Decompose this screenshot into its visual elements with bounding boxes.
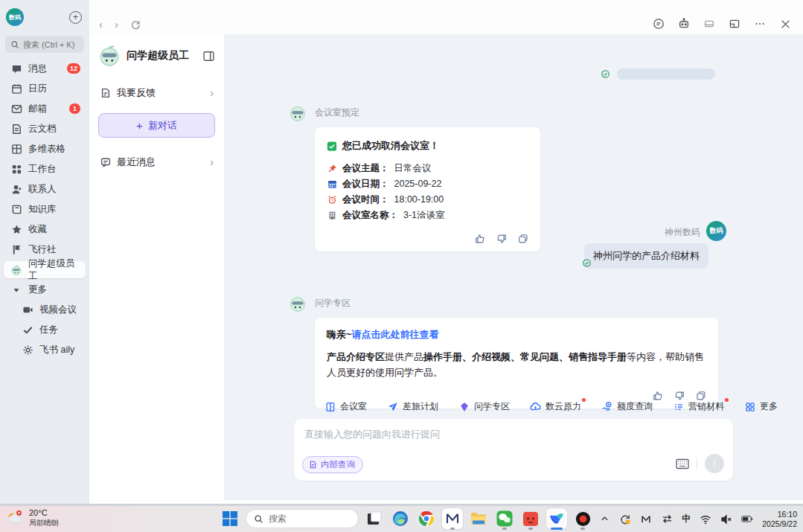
edge-icon[interactable] [390, 508, 411, 529]
thumbs-down-icon[interactable] [496, 234, 507, 244]
robot-icon[interactable] [678, 18, 690, 30]
sidebar-item-docs[interactable]: 云文档 [4, 121, 86, 138]
internal-query-chip[interactable]: 内部查询 [302, 456, 363, 473]
copy-icon[interactable] [696, 391, 706, 401]
sidebar-item-contacts[interactable]: 联系人 [4, 181, 86, 198]
calendar-icon [327, 179, 337, 190]
back-icon[interactable]: ‹ [99, 18, 103, 31]
tray-chevron-up-icon[interactable] [598, 513, 610, 525]
battery-icon[interactable] [741, 513, 753, 525]
sync-check-icon [601, 69, 610, 79]
success-check-icon [327, 141, 337, 151]
sender-name: 会议室预定 [315, 106, 359, 119]
recorder-icon[interactable] [572, 508, 593, 529]
message-skeleton [617, 68, 715, 80]
book-icon [10, 204, 22, 216]
thumbs-up-icon[interactable] [653, 391, 663, 401]
sidebar-item-more[interactable]: 更多 [4, 281, 86, 298]
grid-more-icon [744, 401, 755, 412]
m-app-icon[interactable] [442, 508, 463, 529]
qa-quota-query[interactable]: 额度查询 [601, 400, 653, 413]
sidebar-item-moments[interactable]: 飞行社 [4, 241, 86, 258]
tray-transfer-icon[interactable] [661, 513, 673, 525]
taskbar-search-input[interactable] [269, 513, 343, 524]
quota-hand-icon [601, 401, 612, 412]
wifi-icon[interactable] [700, 513, 711, 525]
new-chat-button[interactable]: + 新对话 [98, 113, 215, 138]
pin-icon [327, 164, 337, 174]
sidebar-item-calendar[interactable]: 日历 [4, 80, 86, 97]
collapse-panel-icon[interactable] [202, 50, 215, 63]
tray-clock[interactable]: 16:10 2025/9/22 [762, 510, 797, 528]
thumbs-down-icon[interactable] [674, 391, 685, 401]
feedback-item[interactable]: 我要反馈 › [89, 79, 224, 107]
close-chat-icon[interactable] [779, 18, 791, 30]
zone-link[interactable]: 请点击此处前往查看 [352, 329, 439, 340]
user-avatar[interactable]: 数码 [6, 8, 24, 26]
alarm-clock-icon [327, 195, 337, 205]
wechat-icon[interactable] [494, 508, 515, 529]
qa-marketing-material[interactable]: 营销材料 [673, 400, 724, 413]
running-indicator [528, 528, 533, 530]
tray-sync-icon[interactable] [619, 513, 631, 525]
taskbar-search[interactable] [246, 509, 359, 528]
composer[interactable]: 直接输入您的问题向我进行提问 内部查询 ↑ [294, 419, 733, 481]
user-avatar[interactable]: 数码 [706, 221, 726, 241]
plus-icon: + [136, 120, 143, 131]
sidebar-item-mail[interactable]: 邮箱 1 [4, 100, 86, 118]
sidebar-item-favorites[interactable]: 收藏 [4, 221, 86, 238]
global-search[interactable] [5, 36, 84, 53]
sidebar-item-workplace[interactable]: 工作台 [4, 161, 86, 178]
qa-shuyun-force[interactable]: 数云原力 [530, 400, 581, 413]
running-indicator [502, 528, 507, 530]
copy-icon[interactable] [518, 234, 528, 244]
chrome-icon[interactable] [416, 508, 437, 529]
volume-muted-icon[interactable] [720, 513, 732, 525]
thumbs-up-icon[interactable] [475, 234, 485, 244]
bot-avatar [289, 104, 307, 122]
weather-widget[interactable]: 20°C 局部晴朗 [5, 508, 59, 528]
qa-travel-plan[interactable]: 差旅计划 [387, 400, 438, 413]
sidebar-item-video-meeting[interactable]: 视频会议 [4, 301, 86, 318]
bot-avatar [98, 45, 121, 67]
minimize-panel-icon[interactable] [703, 18, 715, 30]
check-icon [22, 324, 33, 336]
recent-messages-item[interactable]: 最近消息 › [89, 148, 224, 176]
desktop: 数码 + 消息 12 日历 邮箱 1 [0, 0, 803, 532]
qa-wenxue-zone[interactable]: 问学专区 [458, 400, 510, 413]
sidebar-item-base[interactable]: 多维表格 [4, 141, 86, 158]
send-button[interactable]: ↑ [705, 454, 724, 473]
feishu-window: 数码 + 消息 12 日历 邮箱 1 [0, 0, 803, 504]
sidebar-item-wiki[interactable]: 知识库 [4, 201, 86, 218]
star-icon [10, 224, 22, 236]
sidebar-item-wenxue-agent[interactable]: 问学超级员工 [4, 261, 86, 278]
sidebar-item-aily[interactable]: 飞书 aily [4, 342, 86, 359]
plane-icon [387, 401, 398, 412]
file-explorer-icon[interactable] [468, 508, 489, 529]
meeting-room-icon [327, 211, 337, 221]
tray-date: 2025/9/22 [762, 519, 797, 529]
qa-more[interactable]: 更多 [744, 400, 778, 413]
add-icon[interactable]: + [69, 11, 82, 24]
ime-indicator[interactable]: 中 [682, 513, 691, 525]
sidebar-item-messages[interactable]: 消息 12 [4, 60, 86, 77]
zone-card: 嗨亲~请点击此处前往查看 产品介绍专区提供产品操作手册、介绍视频、常见问题、销售… [315, 318, 718, 408]
refresh-icon[interactable] [130, 19, 141, 30]
task-view-icon[interactable] [364, 508, 385, 529]
flag-icon [10, 244, 22, 256]
feishu-icon[interactable] [546, 508, 567, 529]
red-cat-app-icon[interactable] [520, 508, 541, 529]
popout-window-icon[interactable] [729, 18, 740, 30]
app-grid-icon [10, 164, 22, 176]
search-input[interactable] [23, 40, 86, 49]
message-settings-icon[interactable] [653, 18, 665, 30]
more-ellipsis-icon[interactable] [754, 18, 766, 30]
tray-m-icon[interactable] [640, 513, 652, 525]
user-message-bubble: 神州问学的产品介绍材料 [584, 243, 708, 269]
bot-message-meeting: 会议室预定 您已成功取消会议室！ 会议主题： 日常会议 [289, 104, 540, 251]
sidebar-item-tasks[interactable]: 任务 [4, 321, 86, 339]
keyboard-icon[interactable] [676, 458, 689, 469]
qa-meeting-room[interactable]: 会议室 [324, 400, 367, 413]
start-button[interactable] [220, 508, 240, 529]
forward-icon[interactable]: › [115, 18, 118, 31]
